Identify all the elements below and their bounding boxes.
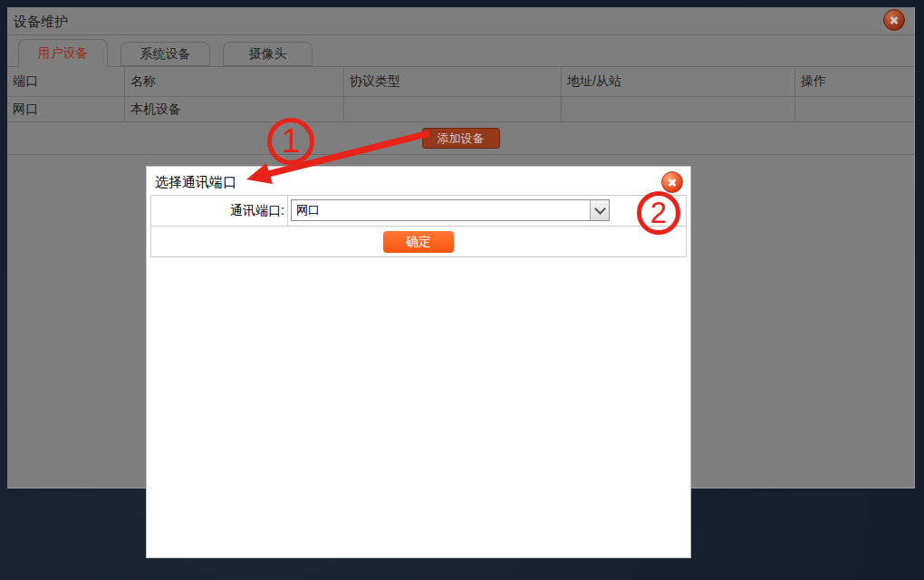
device-table: 端口 名称 协议类型 地址/从站 操作 网口 本机设备 <box>7 67 914 122</box>
tab-user-devices[interactable]: 用户设备 <box>18 39 108 67</box>
select-dropdown-button[interactable] <box>590 200 609 220</box>
column-header-operation: 操作 <box>795 67 914 97</box>
cell-port: 网口 <box>7 97 125 122</box>
window-title: 设备维护 <box>14 14 68 31</box>
table-action-row: 添加设备 <box>7 122 914 155</box>
annotation-step-2-number: 2 <box>650 196 667 230</box>
add-device-button[interactable]: 添加设备 <box>422 128 500 149</box>
device-tab-bar: 用户设备 系统设备 摄像头 <box>7 35 914 67</box>
window-title-bar: 设备维护 <box>7 7 914 35</box>
comm-port-selected-value: 网口 <box>292 200 590 220</box>
cell-operation <box>795 97 914 122</box>
column-header-port: 端口 <box>7 67 125 97</box>
column-header-address: 地址/从站 <box>562 67 795 97</box>
dialog-close-button[interactable] <box>661 171 683 193</box>
column-header-protocol: 协议类型 <box>344 67 562 97</box>
cell-name: 本机设备 <box>125 97 344 122</box>
tab-camera[interactable]: 摄像头 <box>223 42 313 66</box>
window-close-button[interactable] <box>883 9 905 31</box>
dialog-button-row: 确定 <box>151 227 686 256</box>
close-icon <box>667 177 678 188</box>
annotation-step-1-number: 1 <box>282 122 301 160</box>
comm-port-row: 通讯端口: 网口 <box>151 196 686 227</box>
annotation-step-1: 1 <box>267 118 314 165</box>
dialog-form: 通讯端口: 网口 确定 <box>150 195 687 257</box>
column-header-name: 名称 <box>125 67 344 97</box>
dialog-title: 选择通讯端口 <box>155 174 236 191</box>
chevron-down-icon <box>594 203 606 215</box>
cell-protocol <box>344 97 562 122</box>
comm-port-label: 通讯端口: <box>151 196 288 226</box>
tab-label: 摄像头 <box>249 46 287 63</box>
confirm-button[interactable]: 确定 <box>383 231 454 253</box>
screen: 设备维护 用户设备 系统设备 摄像头 端口 名称 协议类型 地址/从站 操作 网… <box>0 0 924 580</box>
comm-port-input-cell: 网口 <box>288 196 686 226</box>
close-icon <box>889 14 900 25</box>
tab-system-devices[interactable]: 系统设备 <box>120 42 210 66</box>
tab-label: 系统设备 <box>140 46 191 63</box>
select-port-dialog: 选择通讯端口 通讯端口: 网口 确定 <box>146 166 691 558</box>
comm-port-select[interactable]: 网口 <box>291 199 610 221</box>
annotation-step-2: 2 <box>637 191 680 235</box>
cell-address <box>562 97 795 122</box>
tab-label: 用户设备 <box>38 45 89 62</box>
